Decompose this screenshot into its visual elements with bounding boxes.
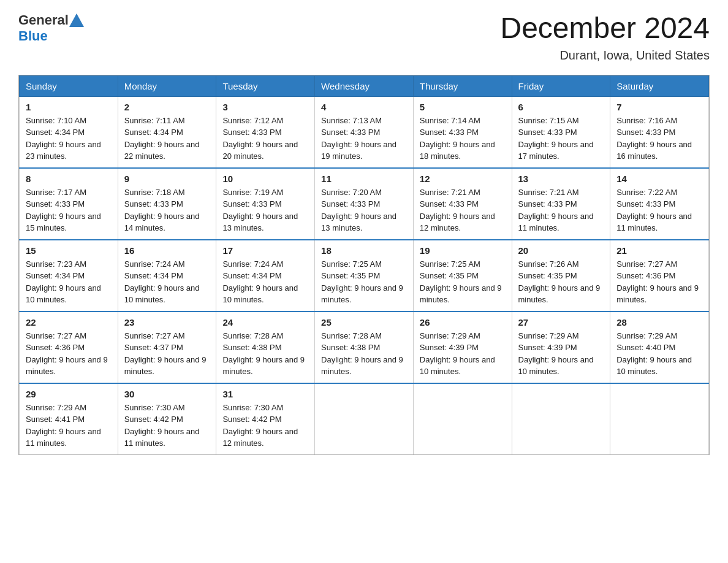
calendar-week-row: 1 Sunrise: 7:10 AMSunset: 4:34 PMDayligh… — [20, 96, 709, 168]
calendar-cell: 16 Sunrise: 7:24 AMSunset: 4:34 PMDaylig… — [118, 240, 216, 312]
day-number: 14 — [616, 174, 702, 184]
calendar-cell: 17 Sunrise: 7:24 AMSunset: 4:34 PMDaylig… — [216, 240, 315, 312]
day-info: Sunrise: 7:15 AMSunset: 4:33 PMDaylight:… — [518, 116, 594, 161]
day-info: Sunrise: 7:29 AMSunset: 4:40 PMDaylight:… — [616, 331, 692, 377]
calendar-table-wrapper: SundayMondayTuesdayWednesdayThursdayFrid… — [18, 75, 710, 455]
calendar-table: SundayMondayTuesdayWednesdayThursdayFrid… — [19, 75, 709, 454]
day-info: Sunrise: 7:30 AMSunset: 4:42 PMDaylight:… — [124, 403, 200, 448]
logo: General Blue — [18, 12, 85, 44]
month-title: December 2024 — [500, 12, 710, 45]
calendar-cell: 13 Sunrise: 7:21 AMSunset: 4:33 PMDaylig… — [512, 168, 610, 240]
calendar-cell: 23 Sunrise: 7:27 AMSunset: 4:37 PMDaylig… — [118, 312, 216, 383]
day-number: 8 — [26, 174, 112, 184]
calendar-cell: 10 Sunrise: 7:19 AMSunset: 4:33 PMDaylig… — [216, 168, 315, 240]
calendar-cell: 14 Sunrise: 7:22 AMSunset: 4:33 PMDaylig… — [610, 168, 709, 240]
day-info: Sunrise: 7:25 AMSunset: 4:35 PMDaylight:… — [321, 259, 403, 305]
day-info: Sunrise: 7:29 AMSunset: 4:41 PMDaylight:… — [26, 403, 101, 448]
logo-general-text: General — [18, 12, 69, 28]
day-number: 20 — [518, 245, 604, 256]
calendar-cell: 5 Sunrise: 7:14 AMSunset: 4:33 PMDayligh… — [413, 96, 512, 168]
day-info: Sunrise: 7:10 AMSunset: 4:34 PMDaylight:… — [26, 116, 101, 161]
calendar-cell: 12 Sunrise: 7:21 AMSunset: 4:33 PMDaylig… — [413, 168, 512, 240]
day-info: Sunrise: 7:24 AMSunset: 4:34 PMDaylight:… — [124, 259, 200, 305]
column-header-monday: Monday — [118, 75, 216, 96]
day-info: Sunrise: 7:18 AMSunset: 4:33 PMDaylight:… — [124, 188, 200, 233]
calendar-cell: 1 Sunrise: 7:10 AMSunset: 4:34 PMDayligh… — [20, 96, 118, 168]
calendar-cell: 6 Sunrise: 7:15 AMSunset: 4:33 PMDayligh… — [512, 96, 610, 168]
day-info: Sunrise: 7:14 AMSunset: 4:33 PMDaylight:… — [420, 116, 495, 161]
day-number: 18 — [321, 245, 407, 256]
calendar-cell: 31 Sunrise: 7:30 AMSunset: 4:42 PMDaylig… — [216, 383, 315, 454]
day-info: Sunrise: 7:13 AMSunset: 4:33 PMDaylight:… — [321, 116, 396, 161]
day-info: Sunrise: 7:19 AMSunset: 4:33 PMDaylight:… — [222, 188, 298, 233]
day-info: Sunrise: 7:24 AMSunset: 4:34 PMDaylight:… — [222, 259, 298, 305]
day-number: 28 — [616, 317, 702, 327]
calendar-cell: 28 Sunrise: 7:29 AMSunset: 4:40 PMDaylig… — [610, 312, 709, 383]
day-number: 13 — [518, 174, 604, 184]
calendar-cell: 4 Sunrise: 7:13 AMSunset: 4:33 PMDayligh… — [315, 96, 414, 168]
day-info: Sunrise: 7:16 AMSunset: 4:33 PMDaylight:… — [616, 116, 692, 161]
day-info: Sunrise: 7:29 AMSunset: 4:39 PMDaylight:… — [518, 331, 594, 377]
calendar-cell: 2 Sunrise: 7:11 AMSunset: 4:34 PMDayligh… — [118, 96, 216, 168]
calendar-cell: 18 Sunrise: 7:25 AMSunset: 4:35 PMDaylig… — [315, 240, 414, 312]
calendar-cell: 11 Sunrise: 7:20 AMSunset: 4:33 PMDaylig… — [315, 168, 414, 240]
calendar-cell — [315, 383, 414, 454]
calendar-cell: 7 Sunrise: 7:16 AMSunset: 4:33 PMDayligh… — [610, 96, 709, 168]
day-info: Sunrise: 7:28 AMSunset: 4:38 PMDaylight:… — [321, 331, 403, 377]
day-number: 23 — [124, 317, 210, 327]
day-number: 6 — [518, 102, 604, 112]
day-info: Sunrise: 7:12 AMSunset: 4:33 PMDaylight:… — [222, 116, 298, 161]
calendar-cell: 22 Sunrise: 7:27 AMSunset: 4:36 PMDaylig… — [20, 312, 118, 383]
day-info: Sunrise: 7:22 AMSunset: 4:33 PMDaylight:… — [616, 188, 692, 233]
calendar-cell: 3 Sunrise: 7:12 AMSunset: 4:33 PMDayligh… — [216, 96, 315, 168]
calendar-cell: 15 Sunrise: 7:23 AMSunset: 4:34 PMDaylig… — [20, 240, 118, 312]
calendar-cell: 19 Sunrise: 7:25 AMSunset: 4:35 PMDaylig… — [413, 240, 512, 312]
day-number: 19 — [420, 245, 506, 256]
day-info: Sunrise: 7:11 AMSunset: 4:34 PMDaylight:… — [124, 116, 200, 161]
calendar-header-row: SundayMondayTuesdayWednesdayThursdayFrid… — [20, 75, 709, 96]
column-header-wednesday: Wednesday — [315, 75, 414, 96]
day-number: 16 — [124, 245, 210, 256]
day-number: 7 — [616, 102, 702, 112]
location-text: Durant, Iowa, United States — [500, 48, 710, 63]
day-number: 22 — [26, 317, 112, 327]
day-number: 15 — [26, 245, 112, 256]
calendar-week-row: 22 Sunrise: 7:27 AMSunset: 4:36 PMDaylig… — [20, 312, 709, 383]
calendar-cell: 29 Sunrise: 7:29 AMSunset: 4:41 PMDaylig… — [20, 383, 118, 454]
day-info: Sunrise: 7:21 AMSunset: 4:33 PMDaylight:… — [420, 188, 495, 233]
day-info: Sunrise: 7:25 AMSunset: 4:35 PMDaylight:… — [420, 259, 502, 305]
day-number: 2 — [124, 102, 210, 112]
day-number: 24 — [222, 317, 308, 327]
calendar-cell — [610, 383, 709, 454]
calendar-cell: 26 Sunrise: 7:29 AMSunset: 4:39 PMDaylig… — [413, 312, 512, 383]
calendar-cell: 21 Sunrise: 7:27 AMSunset: 4:36 PMDaylig… — [610, 240, 709, 312]
calendar-week-row: 8 Sunrise: 7:17 AMSunset: 4:33 PMDayligh… — [20, 168, 709, 240]
column-header-saturday: Saturday — [610, 75, 709, 96]
day-info: Sunrise: 7:27 AMSunset: 4:36 PMDaylight:… — [616, 259, 699, 305]
day-info: Sunrise: 7:21 AMSunset: 4:33 PMDaylight:… — [518, 188, 594, 233]
day-number: 4 — [321, 102, 407, 112]
column-header-thursday: Thursday — [413, 75, 512, 96]
svg-marker-0 — [69, 13, 84, 27]
day-info: Sunrise: 7:30 AMSunset: 4:42 PMDaylight:… — [222, 403, 298, 448]
day-number: 9 — [124, 174, 210, 184]
calendar-week-row: 29 Sunrise: 7:29 AMSunset: 4:41 PMDaylig… — [20, 383, 709, 454]
page-header: General Blue December 2024 Durant, Iowa,… — [18, 12, 710, 63]
day-info: Sunrise: 7:27 AMSunset: 4:36 PMDaylight:… — [26, 331, 108, 377]
calendar-cell: 8 Sunrise: 7:17 AMSunset: 4:33 PMDayligh… — [20, 168, 118, 240]
day-number: 21 — [616, 245, 702, 256]
calendar-cell: 27 Sunrise: 7:29 AMSunset: 4:39 PMDaylig… — [512, 312, 610, 383]
day-info: Sunrise: 7:27 AMSunset: 4:37 PMDaylight:… — [124, 331, 207, 377]
day-info: Sunrise: 7:29 AMSunset: 4:39 PMDaylight:… — [420, 331, 495, 377]
day-number: 26 — [420, 317, 506, 327]
calendar-cell: 9 Sunrise: 7:18 AMSunset: 4:33 PMDayligh… — [118, 168, 216, 240]
day-number: 17 — [222, 245, 308, 256]
logo-blue-text: Blue — [18, 28, 48, 44]
calendar-cell — [512, 383, 610, 454]
day-number: 1 — [26, 102, 112, 112]
logo-triangle-icon — [69, 13, 84, 27]
column-header-friday: Friday — [512, 75, 610, 96]
day-number: 29 — [26, 389, 112, 399]
day-number: 12 — [420, 174, 506, 184]
day-number: 27 — [518, 317, 604, 327]
